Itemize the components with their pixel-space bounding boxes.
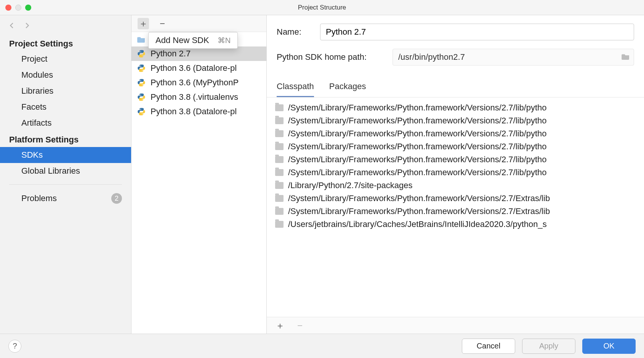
dialog-footer: ? Cancel Apply OK xyxy=(0,334,644,358)
classpath-row[interactable]: /System/Library/Frameworks/Python.framew… xyxy=(275,114,644,127)
sdk-list-panel: ＋ − 11Python 2.7Python 3.6 (Datalore-plP… xyxy=(131,15,267,334)
classpath-row[interactable]: /Library/Python/2.7/site-packages xyxy=(275,179,644,192)
sdk-home-value: /usr/bin/python2.7 xyxy=(398,52,465,62)
sdk-item-label: Python 3.6 (MyPythonP xyxy=(151,78,239,88)
python-icon xyxy=(137,107,146,116)
python-icon xyxy=(137,93,146,102)
sdk-list-item[interactable]: Python 3.8 (.virtualenvs xyxy=(131,90,266,104)
classpath-toolbar: ＋ − xyxy=(267,317,644,334)
problems-count-badge: 2 xyxy=(111,193,122,204)
folder-icon xyxy=(275,182,284,189)
folder-icon xyxy=(275,156,284,163)
sdk-name-input[interactable] xyxy=(320,24,634,40)
classpath-row[interactable]: /Users/jetbrains/Library/Caches/JetBrain… xyxy=(275,218,644,231)
folder-icon xyxy=(275,104,284,111)
add-sdk-button[interactable]: ＋ xyxy=(138,18,149,29)
folder-icon xyxy=(275,169,284,176)
home-label: Python SDK home path: xyxy=(277,52,383,62)
classpath-path: /System/Library/Frameworks/Python.framew… xyxy=(288,155,547,165)
apply-button[interactable]: Apply xyxy=(522,339,575,354)
classpath-path: /Users/jetbrains/Library/Caches/JetBrain… xyxy=(288,219,547,229)
sdk-toolbar: ＋ − xyxy=(131,15,266,32)
sidebar-item-modules[interactable]: Modules xyxy=(0,67,131,83)
classpath-path: /System/Library/Frameworks/Python.framew… xyxy=(288,103,547,113)
folder-icon xyxy=(275,195,284,202)
plus-icon: ＋ xyxy=(276,320,285,332)
sidebar-item-project[interactable]: Project xyxy=(0,51,131,67)
add-classpath-button[interactable]: ＋ xyxy=(274,320,286,331)
folder-icon xyxy=(275,117,284,124)
classpath-row[interactable]: /System/Library/Frameworks/Python.framew… xyxy=(275,127,644,140)
classpath-row[interactable]: /System/Library/Frameworks/Python.framew… xyxy=(275,166,644,179)
remove-sdk-button[interactable]: − xyxy=(157,18,168,29)
help-icon: ? xyxy=(13,342,17,350)
sdk-form: Name: Python SDK home path: /usr/bin/pyt… xyxy=(267,15,644,78)
classpath-path: /System/Library/Frameworks/Python.framew… xyxy=(288,193,550,203)
back-icon[interactable] xyxy=(8,21,16,31)
browse-folder-icon[interactable] xyxy=(622,52,630,62)
folder-icon xyxy=(275,208,284,215)
project-structure-dialog: Project Structure Project Settings Proje… xyxy=(0,0,644,358)
classpath-path: /Library/Python/2.7/site-packages xyxy=(288,181,413,190)
titlebar: Project Structure xyxy=(0,0,644,15)
classpath-path: /System/Library/Frameworks/Python.framew… xyxy=(288,142,547,152)
python-icon xyxy=(137,64,146,73)
sdk-list-item[interactable]: Python 3.6 (Datalore-pl xyxy=(131,61,266,75)
sdk-item-label: Python 2.7 xyxy=(151,49,191,59)
classpath-row[interactable]: /System/Library/Frameworks/Python.framew… xyxy=(275,153,644,166)
sidebar-item-problems[interactable]: Problems 2 xyxy=(0,190,131,207)
sidebar-item-artifacts[interactable]: Artifacts xyxy=(0,115,131,131)
detail-tabs: Classpath Packages xyxy=(267,78,644,97)
ok-button[interactable]: OK xyxy=(582,339,636,354)
sdk-item-label: Python 3.8 (.virtualenvs xyxy=(151,92,238,102)
classpath-path: /System/Library/Frameworks/Python.framew… xyxy=(288,168,547,177)
problems-label: Problems xyxy=(21,193,57,203)
sidebar-item-global-libraries[interactable]: Global Libraries xyxy=(0,163,131,179)
classpath-path: /System/Library/Frameworks/Python.framew… xyxy=(288,129,547,139)
minus-icon: − xyxy=(160,18,165,29)
remove-classpath-button[interactable]: − xyxy=(294,320,306,331)
folder-icon xyxy=(137,35,146,44)
classpath-path: /System/Library/Frameworks/Python.framew… xyxy=(288,206,550,216)
tab-classpath[interactable]: Classpath xyxy=(277,78,314,97)
sidebar-item-libraries[interactable]: Libraries xyxy=(0,83,131,99)
history-nav xyxy=(0,18,131,35)
tab-packages[interactable]: Packages xyxy=(329,78,366,97)
help-button[interactable]: ? xyxy=(8,340,21,353)
classpath-row[interactable]: /System/Library/Frameworks/Python.framew… xyxy=(275,205,644,218)
dialog-body: Project Settings Project Modules Librari… xyxy=(0,15,644,334)
section-project-settings: Project Settings xyxy=(0,35,131,51)
plus-icon: ＋ xyxy=(139,18,148,30)
sidebar-item-sdks[interactable]: SDKs xyxy=(0,147,131,163)
popup-shortcut: ⌘N xyxy=(218,36,231,45)
python-icon xyxy=(137,49,146,58)
sidebar-item-facets[interactable]: Facets xyxy=(0,99,131,115)
classpath-list[interactable]: /System/Library/Frameworks/Python.framew… xyxy=(267,97,644,317)
folder-icon xyxy=(275,221,284,228)
popup-label: Add New SDK xyxy=(155,35,209,45)
add-sdk-popup[interactable]: Add New SDK ⌘N xyxy=(148,32,238,49)
sdk-home-field[interactable]: /usr/bin/python2.7 xyxy=(392,49,634,66)
sidebar-divider xyxy=(9,184,122,185)
classpath-row[interactable]: /System/Library/Frameworks/Python.framew… xyxy=(275,192,644,205)
cancel-button[interactable]: Cancel xyxy=(462,339,515,354)
section-platform-settings: Platform Settings xyxy=(0,131,131,147)
sdk-list-item[interactable]: Python 3.8 (Datalore-pl xyxy=(131,104,266,119)
home-row: Python SDK home path: /usr/bin/python2.7 xyxy=(277,49,634,66)
sdk-list-item[interactable]: Python 3.6 (MyPythonP xyxy=(131,75,266,90)
sdk-item-label: Python 3.6 (Datalore-pl xyxy=(151,63,237,73)
classpath-row[interactable]: /System/Library/Frameworks/Python.framew… xyxy=(275,140,644,153)
sdk-item-label: Python 3.8 (Datalore-pl xyxy=(151,107,237,117)
settings-sidebar: Project Settings Project Modules Librari… xyxy=(0,15,131,334)
folder-icon xyxy=(275,143,284,150)
folder-icon xyxy=(275,130,284,137)
sdk-detail-panel: Name: Python SDK home path: /usr/bin/pyt… xyxy=(267,15,644,334)
classpath-row[interactable]: /System/Library/Frameworks/Python.framew… xyxy=(275,101,644,114)
name-row: Name: xyxy=(277,24,634,40)
window-title: Project Structure xyxy=(0,4,644,11)
python-icon xyxy=(137,78,146,87)
minus-icon: − xyxy=(297,320,303,331)
name-label: Name: xyxy=(277,27,311,37)
forward-icon[interactable] xyxy=(23,21,31,31)
classpath-path: /System/Library/Frameworks/Python.framew… xyxy=(288,116,547,126)
